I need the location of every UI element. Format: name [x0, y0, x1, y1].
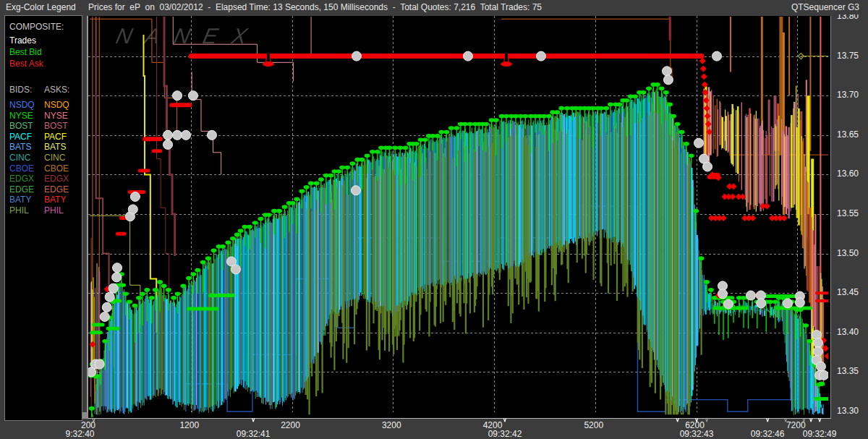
- price-chart-canvas[interactable]: [88, 16, 828, 417]
- composite-legend-item[interactable]: Trades: [9, 35, 43, 46]
- bids-column-header: BIDS:: [9, 85, 32, 95]
- exchange-legend-row[interactable]: NYSENYSE: [9, 111, 79, 122]
- chart-plot-area[interactable]: [87, 16, 831, 419]
- exchange-ask-label: PACF: [44, 132, 67, 142]
- exchange-bid-label: BOST: [9, 121, 33, 132]
- price-tick-label: 13.40: [837, 327, 859, 337]
- exchange-ask-label: BOST: [44, 121, 68, 132]
- composite-legend-item[interactable]: Best Ask: [9, 58, 43, 69]
- exchange-legend-row[interactable]: CBOECBOE: [9, 163, 79, 174]
- exchange-legend-row[interactable]: BATSBATS: [9, 142, 79, 153]
- exchange-bid-label: PHIL: [9, 205, 29, 216]
- exchange-legend-row[interactable]: CINCCINC: [9, 153, 79, 163]
- quote-tick-label: 1200: [179, 420, 199, 430]
- exchange-bid-label: CBOE: [9, 163, 34, 174]
- price-tick-label: 13.70: [837, 90, 859, 100]
- asks-column-header: ASKS:: [44, 85, 69, 95]
- trade-time-marker-icon: ∨: [801, 417, 806, 423]
- exchange-legend-row[interactable]: EDGXEDGX: [9, 174, 79, 184]
- trade-time-marker-icon: ∨: [705, 417, 709, 423]
- time-label: 09:32:46: [751, 429, 785, 439]
- composite-legend-item[interactable]: Best Bid: [9, 46, 43, 58]
- exchange-bid-label: EDGX: [9, 174, 34, 184]
- exchange-bid-label: NSDQ: [9, 100, 35, 111]
- app-name: QTSequencer G3: [791, 2, 859, 12]
- exchange-bid-label: BATY: [9, 195, 31, 205]
- quote-tick-label: 2200: [281, 420, 300, 430]
- exchange-ask-label: NSDQ: [44, 100, 69, 111]
- exchange-ask-label: CINC: [44, 153, 65, 163]
- trade-time-marker-icon: ∨: [817, 417, 822, 423]
- composite-legend-list: TradesBest BidBest Ask: [9, 35, 43, 69]
- trade-time-marker-icon: ∨: [765, 417, 770, 423]
- legend-panel-title: Exg-Color Legend: [6, 2, 76, 12]
- exchange-legend-row[interactable]: PHILPHIL: [9, 205, 79, 216]
- time-label: 09:32:49: [803, 429, 837, 439]
- trade-time-marker-icon: ∨: [92, 417, 96, 423]
- exchange-ask-label: PHIL: [44, 205, 64, 216]
- quote-tick-label: 3200: [382, 420, 401, 430]
- exchange-color-legend: COMPOSITE: TradesBest BidBest Ask BIDS: …: [4, 15, 82, 421]
- exchange-ask-label: EDGX: [44, 174, 69, 184]
- exchange-bid-label: NYSE: [9, 111, 33, 122]
- price-tick-label: 13.75: [837, 51, 859, 61]
- exchange-legend-row[interactable]: BATYBATY: [9, 195, 79, 205]
- quote-tick-label: 5200: [584, 420, 603, 430]
- exchange-ask-label: BATS: [44, 142, 66, 153]
- exchange-legend-list: NSDQNSDQNYSENYSEBOSTBOSTPACFPACFBATSBATS…: [9, 100, 79, 216]
- exchange-bid-label: CINC: [9, 153, 30, 163]
- time-label: 09:32:42: [488, 429, 522, 439]
- exchange-bid-label: BATS: [9, 142, 31, 153]
- price-tick-label: 13.50: [837, 248, 859, 258]
- trade-time-marker-icon: ∨: [251, 417, 255, 423]
- exchange-bid-label: EDGE: [9, 184, 34, 195]
- exchange-bid-label: PACF: [9, 132, 32, 142]
- title-bar: Exg-Color Legend Prices for eP on 03/02/…: [0, 0, 868, 14]
- exchange-legend-row[interactable]: PACFPACF: [9, 132, 79, 142]
- price-tick-label: 13.65: [837, 129, 859, 140]
- price-tick-label: 13.35: [837, 366, 859, 376]
- exchange-ask-label: BATY: [44, 195, 66, 205]
- price-tick-label: 13.55: [837, 208, 859, 218]
- trade-time-marker-icon: ∨: [694, 417, 699, 423]
- trade-time-marker-icon: ∨: [809, 417, 813, 423]
- price-tick-label: 13.60: [837, 169, 859, 179]
- price-tick-label: 13.45: [837, 287, 859, 297]
- trade-time-marker-icon: ∨: [783, 417, 788, 423]
- chart-status-text: Prices for eP on 03/02/2012 - Elapsed Ti…: [88, 2, 542, 12]
- trade-time-marker-icon: ∨: [503, 417, 507, 423]
- trade-time-marker-icon: ∨: [676, 417, 680, 423]
- composite-header: COMPOSITE:: [9, 22, 64, 32]
- exchange-ask-label: NYSE: [44, 111, 68, 122]
- exchange-ask-label: EDGE: [44, 184, 69, 195]
- exchange-legend-row[interactable]: BOSTBOST: [9, 121, 79, 132]
- time-label: 09:32:41: [237, 429, 271, 439]
- time-label: 09:32:43: [680, 429, 714, 439]
- exchange-legend-row[interactable]: EDGEEDGE: [9, 184, 79, 195]
- time-label: 9:32:40: [66, 429, 95, 439]
- exchange-ask-label: CBOE: [44, 163, 69, 174]
- price-tick-label: 13.30: [837, 406, 859, 416]
- exchange-legend-row[interactable]: NSDQNSDQ: [9, 100, 79, 111]
